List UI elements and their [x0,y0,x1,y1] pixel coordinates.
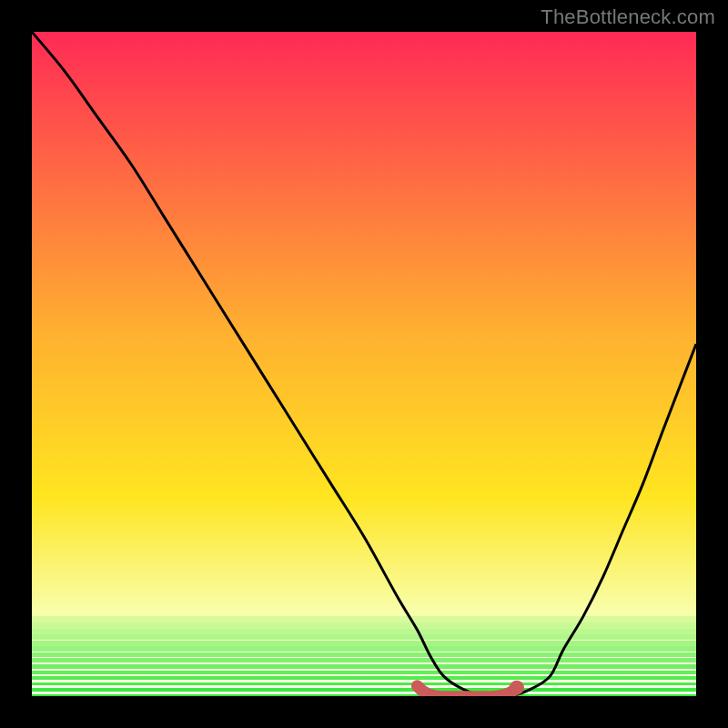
bottleneck-curve-svg [32,32,696,696]
chart-frame: TheBottleneck.com [0,0,728,728]
watermark-text: TheBottleneck.com [541,5,715,29]
optimal-range-marker [417,686,517,696]
bottleneck-curve [32,32,696,696]
plot-area [32,32,696,696]
optimal-range-end-dot [510,681,524,695]
